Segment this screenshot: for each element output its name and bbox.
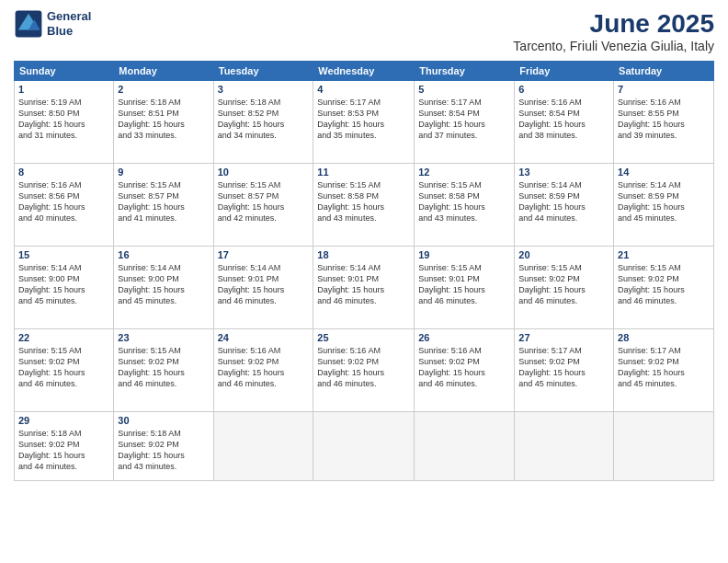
col-tuesday: Tuesday <box>213 62 313 81</box>
day-number: 28 <box>618 332 710 343</box>
table-row <box>515 412 614 481</box>
day-number: 4 <box>317 84 410 95</box>
table-row: 9Sunrise: 5:15 AM Sunset: 8:57 PM Daylig… <box>114 164 213 247</box>
table-row: 2Sunrise: 5:18 AM Sunset: 8:51 PM Daylig… <box>114 81 213 164</box>
day-info: Sunrise: 5:18 AM Sunset: 9:02 PM Dayligh… <box>18 428 109 473</box>
table-row: 7Sunrise: 5:16 AM Sunset: 8:55 PM Daylig… <box>614 81 714 164</box>
day-info: Sunrise: 5:15 AM Sunset: 9:02 PM Dayligh… <box>118 345 209 390</box>
day-info: Sunrise: 5:15 AM Sunset: 8:57 PM Dayligh… <box>218 179 310 224</box>
day-number: 29 <box>18 415 109 426</box>
col-saturday: Saturday <box>614 62 714 81</box>
day-info: Sunrise: 5:15 AM Sunset: 9:02 PM Dayligh… <box>618 262 710 307</box>
table-row: 8Sunrise: 5:16 AM Sunset: 8:56 PM Daylig… <box>15 164 114 247</box>
day-number: 5 <box>418 84 510 95</box>
day-info: Sunrise: 5:18 AM Sunset: 8:51 PM Dayligh… <box>118 97 209 142</box>
table-row: 11Sunrise: 5:15 AM Sunset: 8:58 PM Dayli… <box>313 164 415 247</box>
table-row <box>213 412 313 481</box>
day-info: Sunrise: 5:17 AM Sunset: 8:54 PM Dayligh… <box>418 97 510 142</box>
table-row: 15Sunrise: 5:14 AM Sunset: 9:00 PM Dayli… <box>15 247 114 329</box>
table-row: 10Sunrise: 5:15 AM Sunset: 8:57 PM Dayli… <box>213 164 313 247</box>
table-row: 5Sunrise: 5:17 AM Sunset: 8:54 PM Daylig… <box>415 81 515 164</box>
day-number: 25 <box>317 332 410 343</box>
day-number: 24 <box>218 332 310 343</box>
logo-line2: Blue <box>47 24 91 39</box>
day-info: Sunrise: 5:16 AM Sunset: 9:02 PM Dayligh… <box>418 345 510 390</box>
table-row: 28Sunrise: 5:17 AM Sunset: 9:02 PM Dayli… <box>614 329 714 412</box>
day-number: 20 <box>518 249 609 260</box>
logo-text: General Blue <box>47 9 91 38</box>
table-row: 18Sunrise: 5:14 AM Sunset: 9:01 PM Dayli… <box>313 247 415 329</box>
table-row: 4Sunrise: 5:17 AM Sunset: 8:53 PM Daylig… <box>313 81 415 164</box>
month-title: June 2025 <box>513 9 714 39</box>
day-number: 8 <box>18 167 109 178</box>
day-info: Sunrise: 5:15 AM Sunset: 9:02 PM Dayligh… <box>518 262 609 307</box>
table-row: 24Sunrise: 5:16 AM Sunset: 9:02 PM Dayli… <box>213 329 313 412</box>
table-row: 14Sunrise: 5:14 AM Sunset: 8:59 PM Dayli… <box>614 164 714 247</box>
day-info: Sunrise: 5:15 AM Sunset: 9:02 PM Dayligh… <box>18 345 109 390</box>
col-thursday: Thursday <box>415 62 515 81</box>
col-wednesday: Wednesday <box>313 62 415 81</box>
day-info: Sunrise: 5:16 AM Sunset: 8:56 PM Dayligh… <box>18 179 109 224</box>
day-info: Sunrise: 5:15 AM Sunset: 8:58 PM Dayligh… <box>418 179 510 224</box>
day-number: 2 <box>118 84 209 95</box>
day-number: 10 <box>218 167 310 178</box>
table-row: 6Sunrise: 5:16 AM Sunset: 8:54 PM Daylig… <box>515 81 614 164</box>
table-row <box>614 412 714 481</box>
table-row: 19Sunrise: 5:15 AM Sunset: 9:01 PM Dayli… <box>415 247 515 329</box>
table-row: 3Sunrise: 5:18 AM Sunset: 8:52 PM Daylig… <box>213 81 313 164</box>
day-info: Sunrise: 5:16 AM Sunset: 9:02 PM Dayligh… <box>218 345 310 390</box>
day-info: Sunrise: 5:14 AM Sunset: 9:00 PM Dayligh… <box>118 262 209 307</box>
day-info: Sunrise: 5:15 AM Sunset: 9:01 PM Dayligh… <box>418 262 510 307</box>
day-number: 21 <box>618 249 710 260</box>
day-info: Sunrise: 5:16 AM Sunset: 8:54 PM Dayligh… <box>518 97 609 142</box>
day-info: Sunrise: 5:14 AM Sunset: 9:00 PM Dayligh… <box>18 262 109 307</box>
table-row: 22Sunrise: 5:15 AM Sunset: 9:02 PM Dayli… <box>15 329 114 412</box>
day-number: 23 <box>118 332 209 343</box>
table-row: 26Sunrise: 5:16 AM Sunset: 9:02 PM Dayli… <box>415 329 515 412</box>
day-info: Sunrise: 5:14 AM Sunset: 9:01 PM Dayligh… <box>317 262 410 307</box>
day-number: 9 <box>118 167 209 178</box>
table-row <box>415 412 515 481</box>
day-number: 11 <box>317 167 410 178</box>
location: Tarcento, Friuli Venezia Giulia, Italy <box>513 39 714 53</box>
page: General Blue June 2025 Tarcento, Friuli … <box>0 0 728 563</box>
day-number: 18 <box>317 249 410 260</box>
weekday-header-row: Sunday Monday Tuesday Wednesday Thursday… <box>15 62 714 81</box>
day-info: Sunrise: 5:15 AM Sunset: 8:58 PM Dayligh… <box>317 179 410 224</box>
day-number: 26 <box>418 332 510 343</box>
logo-line1: General <box>47 9 91 24</box>
col-monday: Monday <box>114 62 213 81</box>
day-number: 27 <box>518 332 609 343</box>
table-row: 27Sunrise: 5:17 AM Sunset: 9:02 PM Dayli… <box>515 329 614 412</box>
day-number: 22 <box>18 332 109 343</box>
header: General Blue June 2025 Tarcento, Friuli … <box>14 9 714 53</box>
day-info: Sunrise: 5:19 AM Sunset: 8:50 PM Dayligh… <box>18 97 109 142</box>
day-info: Sunrise: 5:16 AM Sunset: 8:55 PM Dayligh… <box>618 97 710 142</box>
day-number: 19 <box>418 249 510 260</box>
day-number: 7 <box>618 84 710 95</box>
logo-icon <box>14 9 43 39</box>
col-friday: Friday <box>515 62 614 81</box>
table-row: 17Sunrise: 5:14 AM Sunset: 9:01 PM Dayli… <box>213 247 313 329</box>
day-number: 3 <box>218 84 310 95</box>
table-row: 13Sunrise: 5:14 AM Sunset: 8:59 PM Dayli… <box>515 164 614 247</box>
day-info: Sunrise: 5:15 AM Sunset: 8:57 PM Dayligh… <box>118 179 209 224</box>
day-info: Sunrise: 5:17 AM Sunset: 8:53 PM Dayligh… <box>317 97 410 142</box>
table-row: 12Sunrise: 5:15 AM Sunset: 8:58 PM Dayli… <box>415 164 515 247</box>
logo: General Blue <box>14 9 91 39</box>
day-info: Sunrise: 5:14 AM Sunset: 8:59 PM Dayligh… <box>618 179 710 224</box>
day-number: 16 <box>118 249 209 260</box>
table-row: 16Sunrise: 5:14 AM Sunset: 9:00 PM Dayli… <box>114 247 213 329</box>
day-number: 17 <box>218 249 310 260</box>
day-info: Sunrise: 5:16 AM Sunset: 9:02 PM Dayligh… <box>317 345 410 390</box>
day-number: 1 <box>18 84 109 95</box>
day-number: 15 <box>18 249 109 260</box>
day-number: 12 <box>418 167 510 178</box>
table-row: 29Sunrise: 5:18 AM Sunset: 9:02 PM Dayli… <box>15 412 114 481</box>
col-sunday: Sunday <box>15 62 114 81</box>
table-row: 30Sunrise: 5:18 AM Sunset: 9:02 PM Dayli… <box>114 412 213 481</box>
day-number: 6 <box>518 84 609 95</box>
day-info: Sunrise: 5:14 AM Sunset: 9:01 PM Dayligh… <box>218 262 310 307</box>
day-number: 14 <box>618 167 710 178</box>
day-info: Sunrise: 5:17 AM Sunset: 9:02 PM Dayligh… <box>518 345 609 390</box>
